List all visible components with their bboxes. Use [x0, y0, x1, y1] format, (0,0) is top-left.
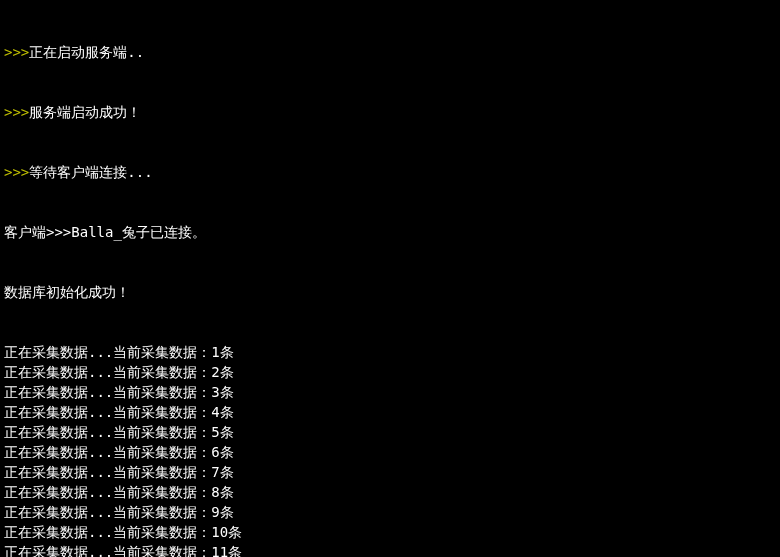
data-line: 正在采集数据...当前采集数据：10条 — [4, 522, 776, 542]
line-text: 正在启动服务端.. — [29, 44, 144, 60]
data-line: 正在采集数据...当前采集数据：11条 — [4, 542, 776, 557]
console-line: >>>服务端启动成功！ — [4, 102, 776, 122]
prompt-prefix: >>> — [4, 164, 29, 180]
client-prefix: 客户端>>> — [4, 224, 71, 240]
data-line: 正在采集数据...当前采集数据：6条 — [4, 442, 776, 462]
data-line: 正在采集数据...当前采集数据：9条 — [4, 502, 776, 522]
data-line: 正在采集数据...当前采集数据：3条 — [4, 382, 776, 402]
prompt-prefix: >>> — [4, 44, 29, 60]
prompt-prefix: >>> — [4, 104, 29, 120]
data-line: 正在采集数据...当前采集数据：7条 — [4, 462, 776, 482]
data-line: 正在采集数据...当前采集数据：5条 — [4, 422, 776, 442]
line-text: 等待客户端连接... — [29, 164, 152, 180]
console-line: >>>等待客户端连接... — [4, 162, 776, 182]
line-text: Balla_兔子已连接。 — [71, 224, 206, 240]
data-line: 正在采集数据...当前采集数据：2条 — [4, 362, 776, 382]
line-text: 数据库初始化成功！ — [4, 284, 130, 300]
console-line: >>>正在启动服务端.. — [4, 42, 776, 62]
console-output: >>>正在启动服务端.. >>>服务端启动成功！ >>>等待客户端连接... 客… — [4, 2, 776, 557]
data-lines-container: 正在采集数据...当前采集数据：1条正在采集数据...当前采集数据：2条正在采集… — [4, 342, 776, 557]
data-line: 正在采集数据...当前采集数据：8条 — [4, 482, 776, 502]
data-line: 正在采集数据...当前采集数据：4条 — [4, 402, 776, 422]
console-line: 客户端>>>Balla_兔子已连接。 — [4, 222, 776, 242]
console-line: 数据库初始化成功！ — [4, 282, 776, 302]
line-text: 服务端启动成功！ — [29, 104, 141, 120]
data-line: 正在采集数据...当前采集数据：1条 — [4, 342, 776, 362]
